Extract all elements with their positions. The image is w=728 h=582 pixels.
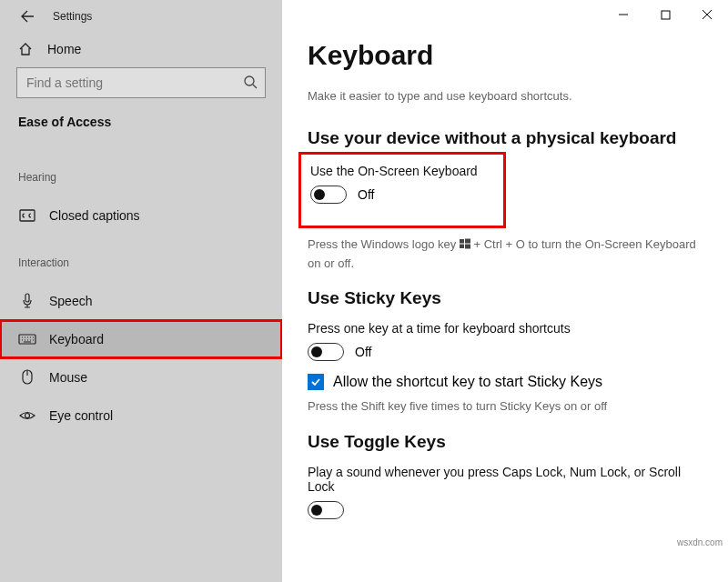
svg-rect-7 [460,239,464,244]
nav-home-label: Home [47,42,81,56]
sidebar: Settings Home Ease of Access Hearing Clo… [0,0,282,582]
toggle-knob-icon [311,346,322,357]
nav-keyboard[interactable]: Keyboard [0,320,282,358]
nav-item-label: Mouse [49,370,87,385]
hint-pre: Press the Windows logo key [308,237,460,251]
nav-item-label: Keyboard [49,332,104,346]
sticky-shortcut-row: Allow the shortcut key to start Sticky K… [308,374,703,390]
section-sticky-title: Use Sticky Keys [308,288,703,308]
onscreen-toggle-state: Off [358,187,374,202]
nav-closed-captions[interactable]: Closed captions [0,196,282,235]
category-heading: Ease of Access [0,115,282,149]
nav-item-label: Speech [49,294,92,308]
search-wrap [16,67,266,98]
togglekeys-toggle-row [308,501,703,519]
mouse-icon [18,369,36,386]
sticky-hint: Press the Shift key five times to turn S… [308,397,703,416]
svg-point-0 [245,76,254,85]
sticky-toggle-state: Off [355,345,371,359]
onscreen-toggle[interactable] [310,186,347,204]
onscreen-toggle-row: Off [310,186,478,204]
sticky-checkbox-label: Allow the shortcut key to start Sticky K… [333,374,602,390]
nav-speech[interactable]: Speech [0,282,282,320]
sticky-toggle-row: Off [308,343,703,361]
toggle-knob-icon [311,505,322,516]
page-subtext: Make it easier to type and use keyboard … [308,89,703,103]
onscreen-toggle-label: Use the On-Screen Keyboard [310,164,478,178]
home-icon [18,42,35,56]
svg-point-5 [25,414,30,418]
nav-home[interactable]: Home [0,33,282,67]
main-content: Keyboard Make it easier to type and use … [282,0,728,582]
onscreen-hint: Press the Windows logo key + Ctrl + O to… [308,236,703,272]
nav-mouse[interactable]: Mouse [0,358,282,396]
section-onscreen-title: Use your device without a physical keybo… [308,128,703,148]
toggle-knob-icon [314,189,325,200]
svg-rect-1 [20,210,35,221]
search-input[interactable] [16,67,266,98]
watermark: wsxdn.com [677,537,723,547]
sticky-shortcut-checkbox[interactable] [308,374,324,390]
titlebar: Settings [0,0,282,33]
svg-rect-2 [25,294,29,302]
back-button[interactable] [18,7,36,25]
windows-logo-icon [460,236,470,255]
nav-eye-control[interactable]: Eye control [0,396,282,435]
group-interaction: Interaction [0,235,282,282]
group-hearing: Hearing [0,149,282,196]
page-heading: Keyboard [308,40,703,71]
eye-icon [18,409,36,422]
keyboard-icon [18,333,36,346]
highlight-box-onscreen: Use the On-Screen Keyboard Off [298,152,506,228]
nav-item-label: Eye control [49,408,113,423]
search-icon [242,74,258,94]
svg-rect-9 [460,245,464,249]
togglekeys-toggle[interactable] [308,501,344,519]
togglekeys-label: Play a sound whenever you press Caps Loc… [308,465,703,494]
section-toggle-title: Use Toggle Keys [308,432,703,452]
sticky-label: Press one key at a time for keyboard sho… [308,321,703,336]
closed-captions-icon [18,209,36,222]
nav-item-label: Closed captions [49,208,140,223]
sticky-toggle[interactable] [308,343,344,361]
window-title: Settings [53,10,92,23]
microphone-icon [18,293,36,309]
